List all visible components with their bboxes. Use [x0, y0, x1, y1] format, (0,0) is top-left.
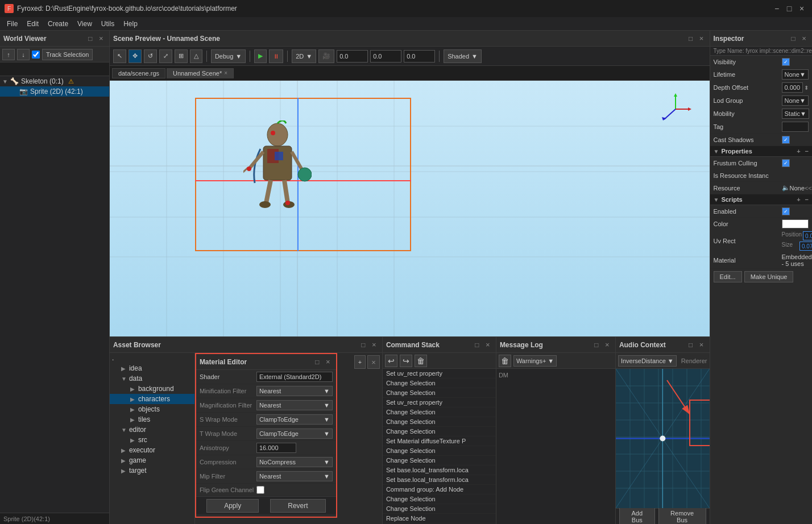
mode-2d-btn[interactable]: 2D ▼	[292, 49, 316, 63]
menu-edit[interactable]: Edit	[22, 19, 43, 29]
asset-tree-editor[interactable]: ▼ editor	[110, 425, 194, 435]
z-value[interactable]: 0.0	[404, 50, 435, 63]
asset-tree-src[interactable]: ▶ src	[110, 435, 194, 445]
msg-filter-dropdown[interactable]: Warnings+ ▼	[513, 355, 557, 367]
audio-float-btn[interactable]: □	[686, 340, 695, 350]
menu-view[interactable]: View	[73, 19, 97, 29]
audio-content[interactable]	[616, 369, 710, 508]
t-wrap-dropdown[interactable]: ClampToEdge ▼	[256, 429, 333, 439]
toolbar-btn-1[interactable]: ↑	[2, 49, 15, 60]
x-value[interactable]: 0.0	[337, 50, 368, 63]
world-viewer-close-btn[interactable]: ×	[97, 34, 106, 43]
asset-tree-characters[interactable]: ▶ characters	[110, 394, 194, 404]
uv-size-x[interactable]: 0.07	[799, 242, 812, 251]
min-filter-dropdown[interactable]: Nearest ▼	[256, 386, 333, 396]
cmd-item-11[interactable]: Set base.local_transform.loca	[383, 475, 496, 485]
lod-group-dropdown[interactable]: None ▼	[782, 95, 809, 106]
tab-close-icon[interactable]: ×	[224, 70, 227, 76]
transform-gizmo[interactable]	[658, 92, 693, 128]
cmd-item-12[interactable]: Command group: Add Node	[383, 485, 496, 494]
cmd-item-4[interactable]: Change Selection	[383, 407, 496, 417]
cmd-item-2[interactable]: Change Selection	[383, 388, 496, 398]
asset-tree-target[interactable]: ▶ target	[110, 465, 194, 476]
msg-log-close-btn[interactable]: ×	[603, 340, 612, 350]
rotate-tool-btn[interactable]: ↺	[144, 49, 157, 63]
tree-item-skeleton[interactable]: ▼ 🦴 Skeleton (0:1) ⚠	[0, 76, 109, 86]
cmd-item-10[interactable]: Set base.local_transform.loca	[383, 465, 496, 475]
close-button[interactable]: ×	[796, 3, 807, 14]
asset-tree-executor[interactable]: ▶ executor	[110, 445, 194, 455]
revert-btn[interactable]: Revert	[270, 499, 325, 513]
cmd-item-15[interactable]: Replace Node	[383, 514, 496, 523]
track-selection-checkbox[interactable]	[32, 51, 40, 59]
lifetime-dropdown[interactable]: None ▼	[782, 69, 809, 80]
asset-tree-data[interactable]: ▼ data	[110, 373, 194, 384]
cmd-item-13[interactable]: Change Selection	[383, 494, 496, 504]
color-field[interactable]	[782, 219, 809, 228]
asset-tree-objects[interactable]: ▶ objects	[110, 404, 194, 414]
terrain-tool-btn[interactable]: △	[190, 49, 202, 63]
transform-tool-btn[interactable]: ⊞	[175, 49, 188, 63]
tag-value[interactable]	[782, 122, 809, 132]
toolbar-btn-2[interactable]: ↓	[17, 49, 30, 60]
cmd-item-1[interactable]: Change Selection	[383, 379, 496, 388]
depth-offset-value[interactable]: 0.000	[782, 82, 803, 93]
mobility-dropdown[interactable]: Static ▼	[782, 109, 809, 119]
compression-dropdown[interactable]: NoCompress ▼	[256, 457, 333, 467]
search-input[interactable]	[2, 66, 107, 73]
inspector-close-btn[interactable]: ×	[799, 34, 809, 43]
remove-bus-btn[interactable]: Remove Bus	[658, 508, 706, 525]
shader-dropdown[interactable]: External (Standard2D)	[256, 372, 333, 382]
cmd-item-9[interactable]: Change Selection	[383, 456, 496, 465]
enabled-checkbox[interactable]: ✓	[782, 207, 790, 215]
cmd-stack-float-btn[interactable]: □	[473, 340, 482, 350]
world-viewer-controls[interactable]: □ ×	[86, 34, 106, 43]
edit-btn[interactable]: Edit...	[714, 271, 742, 282]
cmd-item-6[interactable]: Change Selection	[383, 427, 496, 436]
audio-close-btn[interactable]: ×	[697, 340, 706, 350]
scene-float-btn[interactable]: □	[686, 34, 695, 43]
tab-unnamed-scene[interactable]: Unnamed Scene* ×	[167, 68, 234, 78]
scripts-remove-btn[interactable]: −	[805, 196, 809, 203]
clear-asset-btn[interactable]: ×	[367, 355, 380, 369]
s-wrap-dropdown[interactable]: ClampToEdge ▼	[256, 414, 333, 425]
title-bar-controls[interactable]: − □ ×	[771, 3, 807, 14]
properties-remove-btn[interactable]: −	[805, 148, 809, 155]
cmd-item-8[interactable]: Change Selection	[383, 446, 496, 456]
minimize-button[interactable]: −	[771, 3, 782, 14]
scripts-add-btn[interactable]: +	[797, 196, 800, 203]
select-tool-btn[interactable]: ↖	[113, 49, 126, 63]
properties-add-btn[interactable]: +	[797, 148, 800, 155]
cmd-item-14[interactable]: Change Selection	[383, 504, 496, 514]
flip-green-checkbox[interactable]	[256, 486, 264, 494]
inspector-controls[interactable]: □ ×	[789, 34, 809, 43]
asset-tree-tiles[interactable]: ▶ tiles	[110, 414, 194, 425]
cast-shadows-checkbox[interactable]: ✓	[782, 136, 790, 144]
asset-tree-idea[interactable]: ▶ idea	[110, 363, 194, 373]
tree-item-sprite[interactable]: ▶ 📷 Sprite (2D) (42:1)	[0, 86, 109, 97]
menu-create[interactable]: Create	[43, 19, 73, 29]
scene-canvas[interactable]	[110, 81, 710, 336]
msg-log-controls[interactable]: □ ×	[592, 340, 612, 350]
cmd-item-7[interactable]: Set Material diffuseTexture P	[383, 436, 496, 446]
scale-tool-btn[interactable]: ⤢	[159, 49, 172, 63]
asset-tree-background[interactable]: ▶ background	[110, 384, 194, 394]
scene-header-controls[interactable]: □ ×	[686, 34, 706, 43]
asset-browser-close-btn[interactable]: ×	[370, 340, 379, 350]
add-asset-btn[interactable]: +	[354, 355, 366, 369]
cmd-item-5[interactable]: Change Selection	[383, 417, 496, 427]
apply-btn[interactable]: Apply	[206, 499, 259, 513]
menu-utils[interactable]: Utils	[97, 19, 119, 29]
depth-offset-arrows[interactable]: ⬍	[804, 85, 809, 91]
cmd-stack-close-btn[interactable]: ×	[483, 340, 492, 350]
render-mode-dropdown[interactable]: Shaded ▼	[444, 49, 482, 63]
frustum-culling-checkbox[interactable]: ✓	[782, 159, 790, 167]
asset-browser-controls[interactable]: □ ×	[359, 340, 379, 350]
scene-close-btn[interactable]: ×	[697, 34, 706, 43]
cmd-stack-controls[interactable]: □ ×	[473, 340, 492, 350]
pause-btn[interactable]: ⏸	[269, 49, 283, 63]
maximize-button[interactable]: □	[784, 3, 795, 14]
cmd-item-0[interactable]: Set uv_rect property	[383, 369, 496, 379]
cmd-item-3[interactable]: Set uv_rect property	[383, 398, 496, 407]
camera-btn[interactable]: 🎥	[318, 49, 334, 63]
